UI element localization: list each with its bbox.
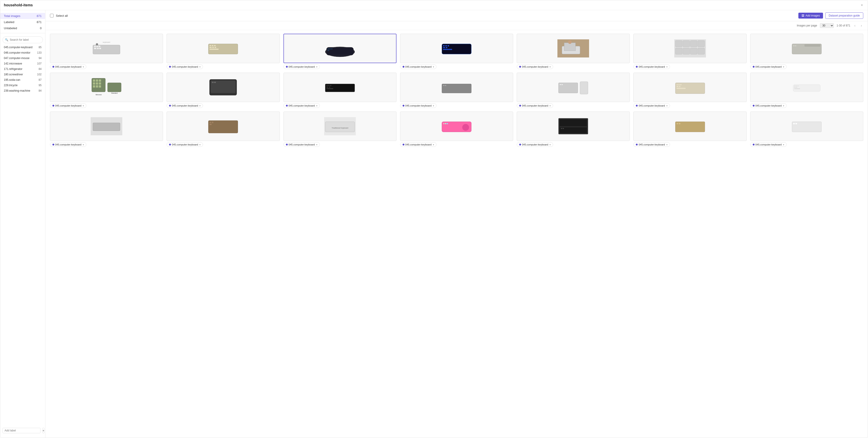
add-images-button[interactable]: 🖼 Add images	[798, 13, 823, 19]
badge-dropdown-arrow: ▾	[199, 143, 200, 146]
image-card[interactable]: 045.computer-keyboard▾	[750, 112, 863, 147]
badge-dot	[403, 66, 404, 68]
image-card[interactable]: 045.computer-keyboard▾	[166, 112, 280, 147]
image-wrapper	[633, 34, 746, 63]
sidebar-label-item[interactable]: 142.microwave107	[0, 61, 45, 66]
image-card[interactable]: 045.computer-keyboard▾	[283, 72, 397, 108]
sidebar-label-item[interactable]: 195.soda-can87	[0, 77, 45, 83]
image-wrapper: Traditional Keyboard	[283, 112, 397, 141]
badge-dropdown-arrow: ▾	[783, 105, 784, 107]
image-card[interactable]: MirroredStandard045.computer-keyboard▾	[50, 72, 163, 108]
label-badge[interactable]: 045.computer-keyboard▾	[166, 142, 203, 147]
add-label-input[interactable]	[2, 428, 40, 433]
image-card[interactable]: 045.computer-keyboard▾	[517, 72, 630, 108]
search-input[interactable]	[10, 38, 43, 41]
label-badge[interactable]: 045.computer-keyboard▾	[50, 64, 86, 69]
keyboard-image	[284, 34, 396, 63]
image-card[interactable]: 045.computer-keyboard▾	[400, 72, 513, 108]
image-card[interactable]: 045.computer-keyboard▾	[750, 34, 863, 69]
label-badge[interactable]: 045.computer-keyboard▾	[633, 64, 670, 69]
label-badge[interactable]: 045.computer-keyboard▾	[283, 104, 320, 108]
badge-label: 045.computer-keyboard	[172, 65, 198, 68]
label-list: 045.computer-keyboard85046.computer-moni…	[0, 45, 45, 425]
label-badge[interactable]: 045.computer-keyboard▾	[517, 64, 553, 69]
svg-rect-22	[328, 50, 329, 51]
label-badge[interactable]: 045.computer-keyboard▾	[50, 142, 86, 147]
sidebar-label-item[interactable]: 239.washing-machine84	[0, 88, 45, 93]
label-badge[interactable]: 045.computer-keyboard▾	[400, 104, 436, 108]
add-images-icon: 🖼	[802, 14, 804, 17]
stat-unlabeled[interactable]: Unlabeled 0	[0, 25, 45, 31]
badge-label: 045.computer-keyboard	[522, 104, 548, 107]
image-card[interactable]: 045.computer-keyboard▾	[400, 112, 513, 147]
label-badge[interactable]: 045.computer-keyboard▾	[166, 64, 203, 69]
svg-rect-81	[680, 84, 682, 85]
label-badge[interactable]: 045.computer-keyboard▾	[750, 64, 786, 69]
prev-page-button[interactable]: ‹	[853, 23, 857, 28]
svg-rect-42	[698, 48, 705, 54]
svg-rect-10	[210, 45, 211, 46]
image-card[interactable]: 045.computer-keyboard▾	[166, 34, 280, 69]
per-page-select[interactable]: 30 60 90	[820, 23, 834, 28]
image-card[interactable]: 045.computer-keyboard▾	[750, 72, 863, 108]
image-card[interactable]: 045.computer-keyboard▾	[50, 112, 163, 147]
stat-total-label: Total images	[4, 14, 20, 18]
keyboard-image	[400, 73, 513, 102]
dataset-guide-button[interactable]: Dataset preparation guide	[825, 12, 863, 19]
label-badge[interactable]: 045.computer-keyboard▾	[750, 104, 786, 108]
label-badge[interactable]: 045.computer-keyboard▾	[400, 142, 436, 147]
image-card[interactable]: 045.computer-keyboard▾	[633, 112, 746, 147]
label-badge[interactable]: 045.computer-keyboard▾	[633, 142, 670, 147]
svg-rect-113	[679, 123, 680, 124]
keyboard-image	[633, 73, 746, 102]
keyboard-image	[400, 112, 513, 141]
add-label-button[interactable]: +	[42, 428, 44, 433]
badge-dot	[403, 105, 404, 107]
sidebar-label-item[interactable]: 171.refrigerator84	[0, 66, 45, 72]
label-badge[interactable]: 045.computer-keyboard▾	[750, 142, 786, 147]
next-page-button[interactable]: ›	[860, 23, 863, 28]
keyboard-image	[517, 34, 629, 63]
image-card[interactable]: keyboard045.computer-keyboard▾	[50, 34, 163, 69]
svg-rect-54	[99, 82, 101, 85]
badge-dot	[636, 105, 638, 107]
keyboard-image	[750, 112, 863, 141]
svg-rect-14	[212, 47, 214, 48]
label-badge[interactable]: 045.computer-keyboard▾	[517, 142, 553, 147]
sidebar-label-item[interactable]: 046.computer-monitor133	[0, 50, 45, 55]
image-card[interactable]: 045.computer-keyboard▾	[633, 72, 746, 108]
label-badge[interactable]: 045.computer-keyboard▾	[283, 142, 320, 147]
label-badge[interactable]: 045.computer-keyboard▾	[517, 104, 553, 108]
sidebar-label-item[interactable]: 229.tricycle95	[0, 83, 45, 88]
sidebar-label-item[interactable]: 045.computer-keyboard85	[0, 45, 45, 50]
svg-rect-116	[796, 123, 797, 124]
sidebar-label-item[interactable]: 047.computer-mouse94	[0, 55, 45, 61]
svg-rect-66	[328, 85, 330, 86]
image-card[interactable]: Traditional Keyboard045.computer-keyboar…	[283, 112, 397, 147]
close-button[interactable]: ×	[860, 3, 864, 7]
image-wrapper	[517, 112, 630, 141]
svg-rect-69	[329, 87, 330, 88]
label-badge[interactable]: 045.computer-keyboard▾	[633, 104, 670, 108]
badge-dropdown-arrow: ▾	[550, 143, 551, 146]
stat-total-images[interactable]: Total images 871	[0, 13, 45, 19]
select-all-checkbox[interactable]	[50, 14, 54, 18]
select-all-label[interactable]: Select all	[56, 14, 68, 18]
image-card[interactable]: 045.computer-keyboard▾	[517, 34, 630, 69]
label-badge[interactable]: 045.computer-keyboard▾	[50, 104, 86, 108]
label-badge[interactable]: 045.computer-keyboard▾	[166, 104, 203, 108]
svg-rect-87	[796, 86, 797, 86]
label-badge[interactable]: 045.computer-keyboard▾	[283, 64, 320, 69]
sidebar-label-item[interactable]: 180.screwdriver102	[0, 72, 45, 77]
image-card[interactable]: 045.computer-keyboard▾	[400, 34, 513, 69]
svg-rect-76	[560, 84, 561, 85]
image-card[interactable]: 045.computer-keyboard▾	[633, 34, 746, 69]
image-card[interactable]: 045.computer-keyboard▾	[517, 112, 630, 147]
image-card[interactable]: 045.computer-keyboard▾	[166, 72, 280, 108]
image-wrapper	[166, 72, 280, 102]
stat-labeled[interactable]: Labeled 871	[0, 19, 45, 25]
image-card[interactable]: 045.computer-keyboard▾	[283, 34, 397, 69]
label-badge[interactable]: 045.computer-keyboard▾	[400, 64, 436, 69]
badge-dot	[519, 144, 521, 145]
badge-label: 045.computer-keyboard	[755, 104, 782, 107]
